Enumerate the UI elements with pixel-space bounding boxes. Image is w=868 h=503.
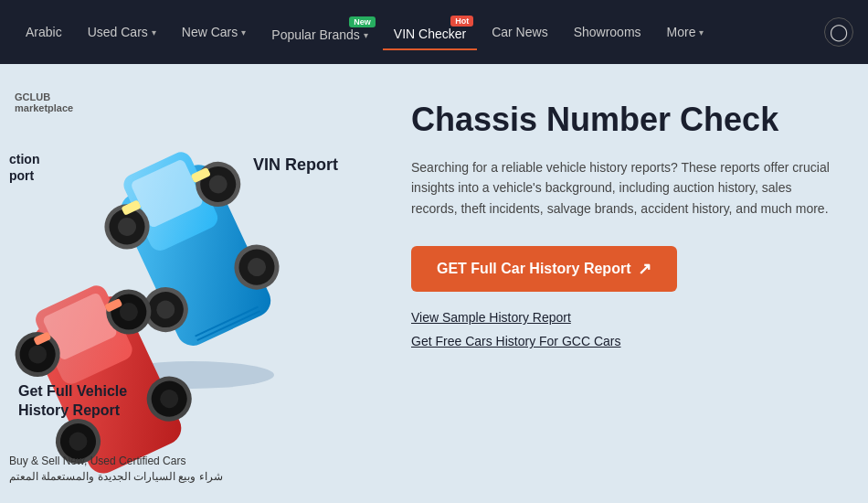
get-report-button-label: GET Full Car History Report <box>437 261 630 277</box>
sample-report-link-label: View Sample History Report <box>411 310 571 325</box>
page-title: Chassis Number Check <box>411 101 841 139</box>
get-report-button[interactable]: GET Full Car History Report ↗ <box>411 246 677 292</box>
nav-showrooms[interactable]: Showrooms <box>563 17 652 47</box>
chassis-description: Searching for a reliable vehicle history… <box>411 157 841 219</box>
buy-sell-text: Buy & Sell New, Used Certified Cars شراء… <box>9 454 223 485</box>
nav-car-news[interactable]: Car News <box>481 17 558 47</box>
get-full-label: Get Full VehicleHistory Report <box>18 382 127 421</box>
new-badge: New <box>349 16 376 27</box>
nav-popular-brands[interactable]: New Popular Brands ▾ <box>260 15 379 49</box>
hot-badge: Hot <box>450 16 473 27</box>
chevron-down-icon: ▾ <box>241 27 246 37</box>
chevron-down-icon: ▾ <box>699 27 704 37</box>
nav-more[interactable]: More ▾ <box>656 17 715 47</box>
nav-showrooms-label: Showrooms <box>574 25 641 39</box>
action-report-label: ctionport <box>9 151 39 184</box>
nav-new-cars[interactable]: New Cars ▾ <box>171 17 257 47</box>
arrow-icon: ↗ <box>638 259 651 279</box>
brand-name: GCLUB <box>15 91 73 102</box>
left-panel: GCLUB marketplace ctionport <box>0 64 384 503</box>
nav-car-news-label: Car News <box>492 25 547 39</box>
nav-used-cars-label: Used Cars <box>88 25 148 39</box>
nav-arabic-label: Arabic <box>26 25 62 39</box>
user-icon[interactable]: ◯ <box>824 17 853 47</box>
brand-subtitle: marketplace <box>15 102 73 113</box>
gcc-history-link-label: Get Free Cars History For GCC Cars <box>411 334 620 348</box>
nav-used-cars[interactable]: Used Cars ▾ <box>77 17 167 47</box>
gcc-history-link[interactable]: Get Free Cars History For GCC Cars <box>411 334 841 348</box>
vin-report-label: VIN Report <box>253 155 338 175</box>
navbar: Arabic Used Cars ▾ New Cars ▾ New Popula… <box>0 0 868 64</box>
nav-arabic[interactable]: Arabic <box>15 17 73 47</box>
chevron-down-icon: ▾ <box>152 27 156 37</box>
main-content: GCLUB marketplace ctionport <box>0 64 868 503</box>
chevron-down-icon: ▾ <box>364 30 368 40</box>
nav-vin-checker[interactable]: Hot VIN Checker <box>383 14 477 50</box>
sample-report-link[interactable]: View Sample History Report <box>411 310 841 325</box>
brand-logo: GCLUB marketplace <box>15 91 73 113</box>
right-panel: Chassis Number Check Searching for a rel… <box>384 64 868 503</box>
nav-vin-checker-label: VIN Checker <box>394 27 466 41</box>
nav-new-cars-label: New Cars <box>182 25 238 39</box>
nav-more-label: More <box>667 25 696 39</box>
nav-popular-brands-label: Popular Brands <box>271 27 360 42</box>
